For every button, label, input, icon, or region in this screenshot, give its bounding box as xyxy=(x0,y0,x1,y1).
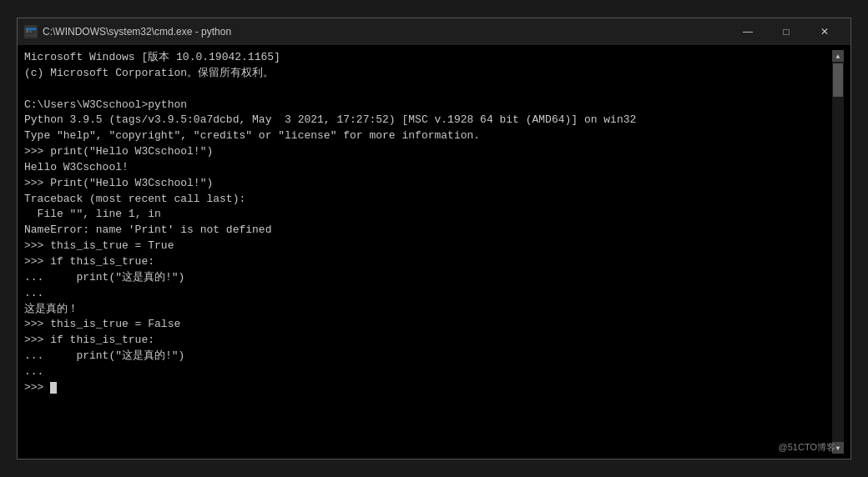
minimize-button[interactable]: — xyxy=(729,18,767,45)
scroll-up-button[interactable]: ▲ xyxy=(832,50,844,62)
maximize-button[interactable]: □ xyxy=(767,18,805,45)
scrollbar[interactable]: ▲ ▼ xyxy=(832,50,844,454)
console-area[interactable]: Microsoft Windows [版本 10.0.19042.1165] (… xyxy=(18,45,850,459)
svg-text:C:\: C:\ xyxy=(27,30,32,33)
title-bar-left: C:\ C:\WINDOWS\system32\cmd.exe - python xyxy=(24,25,231,38)
cmd-icon: C:\ xyxy=(24,25,38,38)
window-title: C:\WINDOWS\system32\cmd.exe - python xyxy=(43,26,231,38)
cmd-window: C:\ C:\WINDOWS\system32\cmd.exe - python… xyxy=(17,18,851,459)
cursor xyxy=(50,382,57,394)
console-output: Microsoft Windows [版本 10.0.19042.1165] (… xyxy=(24,50,832,454)
scrollbar-thumb[interactable] xyxy=(833,63,843,97)
watermark: @51CTO博客 xyxy=(779,441,835,454)
close-button[interactable]: ✕ xyxy=(805,18,844,45)
window-controls: — □ ✕ xyxy=(729,18,844,45)
scrollbar-track xyxy=(832,62,844,442)
title-bar: C:\ C:\WINDOWS\system32\cmd.exe - python… xyxy=(18,18,850,45)
